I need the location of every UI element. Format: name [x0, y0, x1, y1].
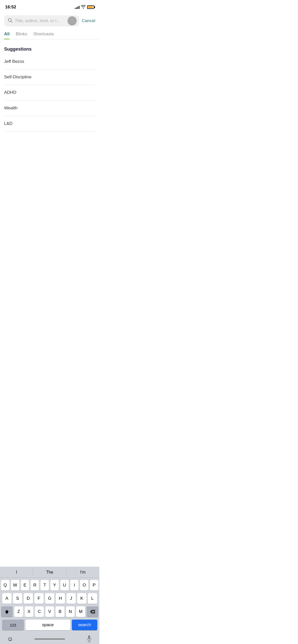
- tabs-container: All Blinks Shortcasts: [0, 29, 99, 39]
- suggestions-section: Suggestions Jeff Bezos Self-Discipline A…: [0, 39, 99, 131]
- status-time: 16:52: [5, 5, 16, 10]
- touch-indicator: [67, 16, 77, 25]
- status-bar: 16:52: [0, 0, 99, 13]
- search-input-wrapper[interactable]: [4, 15, 79, 26]
- battery-icon: [87, 5, 94, 9]
- list-item[interactable]: ADHD: [4, 85, 95, 100]
- status-icons: [75, 5, 94, 9]
- signal-bars-icon: [75, 5, 79, 9]
- suggestions-title: Suggestions: [4, 47, 95, 52]
- tab-blinks[interactable]: Blinks: [16, 29, 27, 39]
- tab-all[interactable]: All: [4, 29, 10, 39]
- list-item[interactable]: L&D: [4, 116, 95, 131]
- svg-line-1: [11, 21, 12, 22]
- search-icon: [8, 18, 13, 24]
- search-input[interactable]: [15, 18, 76, 23]
- list-item[interactable]: Wealth: [4, 100, 95, 116]
- list-item[interactable]: Jeff Bezos: [4, 54, 95, 69]
- wifi-icon: [81, 5, 86, 9]
- search-bar-container: Cancel: [0, 13, 99, 29]
- list-item[interactable]: Self-Discipline: [4, 69, 95, 85]
- cancel-button[interactable]: Cancel: [82, 18, 95, 23]
- tab-shortcasts[interactable]: Shortcasts: [33, 29, 54, 39]
